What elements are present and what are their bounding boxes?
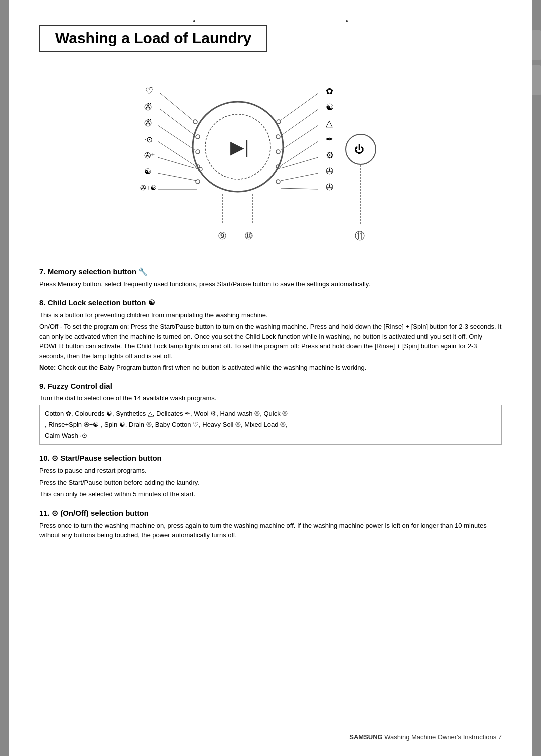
svg-text:☯: ☯ bbox=[144, 167, 151, 176]
svg-point-25 bbox=[276, 150, 280, 154]
svg-text:⏻: ⏻ bbox=[354, 144, 364, 155]
section-11-heading: 11. ⊙ (On/Off) selection button bbox=[39, 509, 502, 518]
section-8: 8. Child Lock selection button ☯ This is… bbox=[39, 298, 502, 373]
right-bar-block-2 bbox=[532, 65, 541, 95]
svg-line-31 bbox=[158, 141, 195, 166]
note-text: Check out the Baby Program button first … bbox=[58, 364, 366, 371]
reg-dot-left bbox=[193, 20, 195, 22]
section-10-body3: This can only be selected within 5 minut… bbox=[39, 489, 502, 499]
svg-line-30 bbox=[158, 125, 195, 150]
section-7-heading: 7. Memory selection button 🔧 bbox=[39, 267, 502, 276]
svg-line-32 bbox=[158, 157, 195, 168]
svg-line-36 bbox=[281, 109, 318, 136]
svg-text:☯: ☯ bbox=[326, 102, 334, 112]
main-content: Washing a Load of Laundry ♡̈ ✇̈ ✇̈ ·⊙ ✇⁺… bbox=[9, 0, 532, 756]
svg-line-37 bbox=[281, 125, 318, 150]
svg-point-19 bbox=[196, 150, 200, 154]
svg-line-35 bbox=[281, 93, 318, 120]
section-7-body: Press Memory button, select frequently u… bbox=[39, 279, 502, 289]
section-10-heading: 10. ⊙ Start/Pause selection button bbox=[39, 454, 502, 463]
diagram-area: ♡̈ ✇̈ ✇̈ ·⊙ ✇⁺ ☯ ✇+☯ ✿ ☯ △ bbox=[39, 67, 502, 257]
svg-text:✇: ✇ bbox=[326, 166, 333, 176]
section-9: 9. Fuzzy Control dial Turn the dial to s… bbox=[39, 382, 502, 445]
child-lock-icon: ☯ bbox=[148, 298, 155, 307]
section-10-body1: Press to pause and restart programs. bbox=[39, 466, 502, 476]
right-bar-block-1 bbox=[532, 30, 541, 60]
footer-page-num: 7 bbox=[498, 733, 502, 741]
svg-point-27 bbox=[276, 180, 280, 184]
svg-line-40 bbox=[281, 173, 318, 181]
svg-text:⑩: ⑩ bbox=[244, 230, 253, 241]
svg-point-17 bbox=[193, 120, 197, 124]
svg-text:✇⁺: ✇⁺ bbox=[144, 151, 155, 160]
page-title: Washing a Load of Laundry bbox=[39, 25, 267, 52]
svg-point-23 bbox=[277, 120, 281, 124]
note-label: Note: bbox=[39, 364, 56, 371]
svg-line-39 bbox=[281, 157, 318, 168]
section-8-heading: 8. Child Lock selection button ☯ bbox=[39, 298, 502, 307]
svg-line-38 bbox=[281, 141, 318, 166]
programs-box: Cotton ✿, Coloureds ☯, Synthetics △, Del… bbox=[39, 405, 502, 445]
section-8-body2: On/Off - To set the program on: Press th… bbox=[39, 322, 502, 361]
svg-text:△: △ bbox=[326, 118, 333, 128]
svg-point-21 bbox=[196, 180, 200, 184]
section-9-body: Turn the dial to select one of the 14 av… bbox=[39, 393, 502, 403]
section-7: 7. Memory selection button 🔧 Press Memor… bbox=[39, 267, 502, 289]
section-8-body1: This is a button for preventing children… bbox=[39, 310, 502, 320]
svg-text:✒: ✒ bbox=[326, 134, 333, 144]
page-footer: SAMSUNG Washing Machine Owner's Instruct… bbox=[349, 733, 502, 741]
svg-text:✇+☯: ✇+☯ bbox=[140, 184, 157, 192]
svg-point-24 bbox=[276, 135, 280, 139]
svg-line-29 bbox=[160, 109, 195, 136]
svg-line-41 bbox=[281, 188, 318, 189]
footer-brand: SAMSUNG bbox=[349, 733, 382, 741]
left-margin-bar bbox=[0, 0, 9, 756]
svg-text:▶|: ▶| bbox=[230, 137, 249, 157]
svg-text:·⊙: ·⊙ bbox=[144, 135, 153, 144]
section-10: 10. ⊙ Start/Pause selection button Press… bbox=[39, 454, 502, 499]
svg-line-28 bbox=[160, 93, 193, 120]
section-11: 11. ⊙ (On/Off) selection button Press on… bbox=[39, 509, 502, 540]
svg-text:⑪: ⑪ bbox=[355, 230, 365, 241]
svg-line-33 bbox=[158, 173, 197, 181]
svg-text:⚙: ⚙ bbox=[326, 150, 334, 160]
section-9-heading: 9. Fuzzy Control dial bbox=[39, 382, 502, 390]
section-10-body2: Press the Start/Pause button before addi… bbox=[39, 478, 502, 488]
reg-dot-right bbox=[346, 20, 348, 22]
svg-point-18 bbox=[196, 135, 200, 139]
memory-icon: 🔧 bbox=[138, 267, 148, 276]
footer-text: Washing Machine Owner's Instructions bbox=[384, 733, 496, 741]
section-11-body: Press once to turn the washing machine o… bbox=[39, 521, 502, 540]
svg-text:⑨: ⑨ bbox=[218, 230, 227, 241]
svg-text:✇̈: ✇̈ bbox=[144, 102, 152, 112]
page-container: Washing a Load of Laundry ♡̈ ✇̈ ✇̈ ·⊙ ✇⁺… bbox=[0, 0, 541, 756]
right-margin-bar bbox=[532, 0, 541, 756]
section-8-note: Note: Check out the Baby Program button … bbox=[39, 363, 502, 373]
svg-text:✿: ✿ bbox=[326, 86, 333, 96]
registration-marks bbox=[39, 20, 502, 22]
svg-text:♡̈: ♡̈ bbox=[145, 86, 153, 96]
svg-text:✇: ✇ bbox=[326, 182, 333, 192]
washer-diagram: ♡̈ ✇̈ ✇̈ ·⊙ ✇⁺ ☯ ✇+☯ ✿ ☯ △ bbox=[130, 67, 411, 257]
svg-text:✇̈: ✇̈ bbox=[144, 118, 152, 128]
